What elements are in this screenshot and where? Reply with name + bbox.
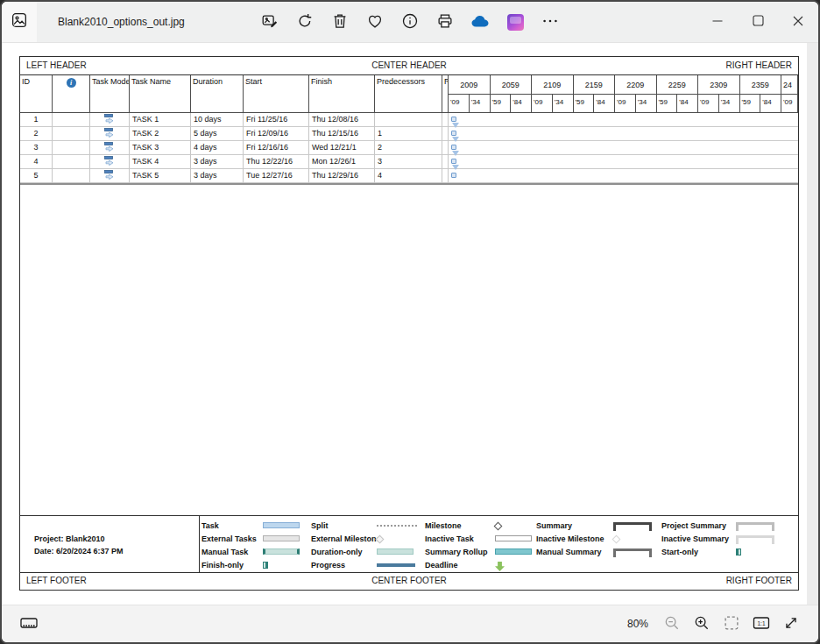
- legend-grid: TaskExternal TasksManual TaskFinish-only…: [200, 516, 798, 573]
- status-bar: 80% 1:1: [2, 605, 818, 642]
- designer-button[interactable]: [501, 8, 529, 36]
- filmstrip-icon: [18, 612, 39, 636]
- close-button[interactable]: [778, 2, 818, 42]
- timeline-subyear-cell: '09: [698, 95, 719, 113]
- column-header-task-mode: Task Mode: [90, 75, 130, 113]
- legend-label-inactive-task: Inactive Task: [425, 534, 474, 543]
- cell-task-name: TASK 3: [130, 141, 191, 155]
- favorite-button[interactable]: [361, 8, 389, 36]
- maximize-icon: [753, 15, 764, 29]
- image-canvas[interactable]: LEFT HEADER CENTER HEADER RIGHT HEADER I…: [2, 42, 818, 605]
- onedrive-button[interactable]: [466, 8, 494, 36]
- task-mode-icon: [104, 170, 116, 182]
- cell-start: Fri 12/09/16: [244, 127, 309, 141]
- timeline-subyear-cell: '34: [636, 95, 657, 113]
- legend-label-summary: Summary: [536, 521, 572, 530]
- table-header-row: IDiTask ModeTask NameDurationStartFinish…: [20, 75, 449, 113]
- filmstrip-toggle-button[interactable]: [14, 610, 44, 638]
- legend-label-start-only: Start-only: [661, 548, 698, 556]
- legend-swatch-summary: [613, 522, 652, 529]
- table-row: 1TASK 110 daysFri 11/25/16Thu 12/08/16: [20, 113, 798, 127]
- table-row: 5TASK 53 daysTue 12/27/16Thu 12/29/164: [20, 169, 798, 183]
- scrollbar-track[interactable]: [807, 43, 818, 605]
- task-table-body: 1TASK 110 daysFri 11/25/16Thu 12/08/162T…: [20, 113, 798, 183]
- timeline-year-cell: 2209: [615, 75, 657, 95]
- cell-finish: Thu 12/08/16: [309, 113, 375, 127]
- legend-label-summary-rollup: Summary Rollup: [425, 548, 488, 556]
- actual-size-icon: 1:1: [751, 612, 772, 636]
- timeline-subyear-cell: '59: [740, 95, 761, 113]
- task-mode-icon: [104, 114, 116, 126]
- page-header-band: LEFT HEADER CENTER HEADER RIGHT HEADER: [20, 57, 798, 75]
- zoom-in-icon: [692, 613, 711, 635]
- cell-id: 4: [20, 155, 53, 169]
- legend-box: Project: Blank2010 Date: 6/20/2024 6:37 …: [20, 515, 798, 573]
- cell-start: Fri 11/25/16: [244, 113, 309, 127]
- minimize-button[interactable]: [697, 2, 738, 42]
- cell-finish: Thu 12/15/16: [309, 127, 375, 141]
- table-bottom-divider: [20, 183, 798, 185]
- legend-swatch-manual-task: [263, 548, 300, 555]
- cell-indicator: [53, 155, 90, 169]
- info-column-icon: i: [67, 78, 76, 88]
- cell-duration: 3 days: [191, 169, 244, 183]
- cell-indicator: [53, 113, 90, 127]
- cell-duration: 10 days: [191, 113, 244, 127]
- timeline-year-cell: 2009: [449, 75, 491, 95]
- cell-task-name: TASK 5: [130, 169, 191, 183]
- legend-label-deadline: Deadline: [425, 561, 458, 570]
- maximize-button[interactable]: [738, 2, 778, 42]
- timeline-subyear-cell: '59: [491, 95, 512, 113]
- app-logo-tile[interactable]: [2, 2, 37, 42]
- info-button[interactable]: [396, 8, 424, 36]
- fullscreen-button[interactable]: [776, 610, 806, 638]
- cell-start: Thu 12/22/16: [244, 155, 309, 169]
- fit-to-window-button[interactable]: [717, 610, 746, 638]
- cell-indicator: [53, 169, 90, 183]
- window-controls: [697, 2, 818, 42]
- photos-app-icon: [10, 11, 29, 33]
- cell-start: Fri 12/16/16: [244, 141, 309, 155]
- rotate-button[interactable]: [291, 8, 319, 36]
- timeline-year-cell: 24: [781, 75, 798, 95]
- timeline-year-cell: 2109: [532, 75, 574, 95]
- zoom-out-button[interactable]: [657, 610, 687, 638]
- timeline-subyear-cell: '34: [719, 95, 740, 113]
- column-header-duration: Duration: [191, 75, 244, 113]
- onedrive-cloud-icon: [470, 11, 491, 34]
- zoom-in-button[interactable]: [687, 610, 717, 638]
- toolbar-actions: [256, 8, 564, 36]
- see-more-icon: [541, 11, 560, 33]
- legend-swatch-inactive-task: [495, 535, 532, 541]
- legend-label-inactive-milestone: Inactive Milestone: [536, 534, 604, 543]
- info-icon: [400, 11, 420, 33]
- project-date: Date: 6/20/2024 6:37 PM: [34, 545, 199, 557]
- timeline-subyear-cell: '09: [781, 95, 798, 113]
- page-footer-band: LEFT FOOTER CENTER FOOTER RIGHT FOOTER: [20, 572, 798, 590]
- delete-button[interactable]: [326, 8, 354, 36]
- heart-icon: [365, 11, 385, 33]
- task-mode-icon: [104, 128, 116, 140]
- timeline-subyear-cell: '09: [615, 95, 636, 113]
- table-row: 4TASK 43 daysThu 12/22/16Mon 12/26/13: [20, 155, 798, 169]
- cell-task-name: TASK 2: [130, 127, 191, 141]
- actual-size-button[interactable]: 1:1: [746, 610, 776, 638]
- legend-swatch-manual-summary: [613, 548, 652, 556]
- column-header-info: i: [53, 75, 90, 113]
- legend-swatch-start-only: [736, 548, 741, 556]
- right-header: RIGHT HEADER: [726, 60, 792, 70]
- gantt-row: [449, 169, 798, 183]
- timeline-subyears-row: '09'34'59'84'09'34'59'84'09'34'59'84'09'…: [449, 95, 798, 113]
- edit-image-button[interactable]: [256, 8, 284, 36]
- rotate-icon: [295, 11, 315, 33]
- cell-indicator: [53, 141, 90, 155]
- cell-id: 1: [20, 113, 53, 127]
- legend-label-milestone: Milestone: [425, 521, 462, 530]
- cell-id: 2: [20, 127, 53, 141]
- cell-task-name: TASK 4: [130, 155, 191, 169]
- print-button[interactable]: [431, 8, 459, 36]
- cell-task-mode: [90, 169, 130, 183]
- gantt-printout-page: LEFT HEADER CENTER HEADER RIGHT HEADER I…: [19, 56, 799, 591]
- legend-label-project-summary: Project Summary: [661, 521, 726, 530]
- see-more-button[interactable]: [536, 8, 564, 36]
